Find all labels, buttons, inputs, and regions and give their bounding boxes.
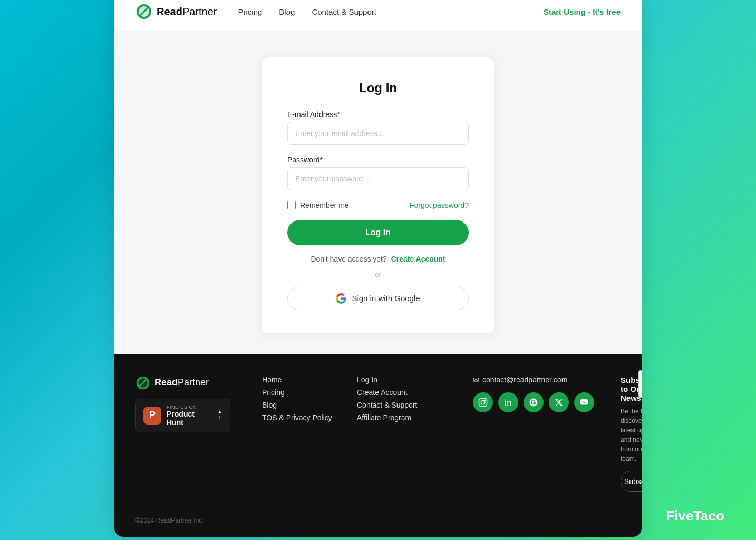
footer-subscribe-col: Subscribe to Our Newsletter Be the first… — [621, 375, 642, 492]
youtube-icon[interactable] — [574, 392, 594, 412]
footer-brand-col: ReadPartner P FIND US ON Product Hunt ▲ … — [135, 375, 251, 492]
twitter-x-icon[interactable] — [549, 392, 569, 412]
nav-links: Pricing Blog Contact & Support — [238, 7, 376, 16]
footer: ReadPartner P FIND US ON Product Hunt ▲ … — [114, 354, 642, 537]
product-hunt-badge[interactable]: P FIND US ON Product Hunt ▲ 1 — [135, 399, 230, 432]
password-input[interactable] — [287, 167, 469, 190]
recaptcha-widget: reCAPTCHA — [638, 370, 642, 398]
ph-find-label: FIND US ON — [167, 404, 212, 410]
create-account-link[interactable]: Create Account — [391, 255, 445, 263]
google-icon — [336, 293, 346, 304]
subscribe-button[interactable]: Subscribe — [621, 471, 642, 492]
footer-grid: ReadPartner P FIND US ON Product Hunt ▲ … — [135, 375, 621, 492]
login-title: Log In — [287, 81, 469, 95]
footer-email: ✉ contact@readpartner.com — [473, 375, 610, 384]
footer-login-link[interactable]: Log In — [357, 375, 462, 384]
footer-tos-link[interactable]: TOS & Privacy Policy — [262, 413, 346, 422]
logo-text: ReadPartner — [157, 6, 217, 18]
svg-point-1 — [481, 400, 485, 404]
email-input[interactable] — [287, 122, 469, 145]
nav-blog[interactable]: Blog — [279, 7, 295, 16]
nav-pricing[interactable]: Pricing — [238, 7, 263, 16]
footer-logo: ReadPartner — [135, 375, 251, 390]
footer-affiliate-link[interactable]: Affiliate Program — [357, 413, 462, 422]
forgot-password-link[interactable]: Forgot password? — [410, 201, 469, 209]
product-hunt-info: FIND US ON Product Hunt — [167, 404, 212, 427]
email-group: E-mail Address* — [287, 110, 469, 145]
ph-name: Product Hunt — [167, 410, 212, 427]
copyright-text: ©2024 ReadPartner Inc. — [135, 517, 204, 524]
password-label: Password* — [287, 156, 469, 164]
footer-home-link[interactable]: Home — [262, 375, 346, 384]
no-access-text: Don't have access yet? — [311, 255, 386, 263]
social-icons — [473, 392, 610, 412]
footer-social-col: ✉ contact@readpartner.com — [473, 375, 610, 492]
nav-start-using[interactable]: Start Using - It's free — [544, 7, 621, 16]
footer-pricing-link[interactable]: Pricing — [262, 388, 346, 397]
remember-row: Remember me Forgot password? — [287, 201, 469, 209]
navbar-left: ReadPartner Pricing Blog Contact & Suppo… — [135, 3, 376, 20]
product-hunt-icon: P — [143, 407, 161, 425]
svg-point-2 — [484, 399, 486, 400]
fivetaco-watermark: FiveTaco — [666, 508, 724, 524]
footer-account-col: Log In Create Account Contact & Support … — [357, 375, 462, 492]
create-account-row: Don't have access yet? Create Account — [287, 255, 469, 263]
ph-count: ▲ 1 — [217, 409, 222, 422]
footer-blog-link[interactable]: Blog — [262, 401, 346, 409]
footer-create-account-link[interactable]: Create Account — [357, 388, 462, 397]
email-icon: ✉ — [473, 375, 479, 384]
logo-icon — [135, 3, 152, 20]
threads-icon[interactable] — [524, 392, 544, 412]
google-signin-label: Sign in with Google — [352, 294, 420, 303]
subscribe-desc: Be the first to discover the latest upda… — [621, 407, 642, 464]
password-group: Password* — [287, 156, 469, 190]
login-button[interactable]: Log In — [287, 220, 469, 245]
footer-bottom: ©2024 ReadPartner Inc. — [135, 508, 621, 524]
footer-logo-text: ReadPartner — [154, 377, 209, 388]
email-label: E-mail Address* — [287, 110, 469, 119]
footer-contact-link[interactable]: Contact & Support — [357, 401, 462, 409]
remember-label: Remember me — [300, 201, 349, 209]
svg-rect-0 — [479, 398, 487, 406]
main-content: Log In E-mail Address* Password* Remembe… — [114, 31, 642, 354]
google-signin-button[interactable]: Sign in with Google — [287, 287, 469, 310]
linkedin-icon[interactable] — [498, 392, 518, 412]
login-card: Log In E-mail Address* Password* Remembe… — [262, 57, 494, 333]
nav-contact-support[interactable]: Contact & Support — [312, 7, 376, 16]
navbar: ReadPartner Pricing Blog Contact & Suppo… — [114, 0, 642, 31]
or-divider: or — [287, 271, 469, 278]
footer-nav-col: Home Pricing Blog TOS & Privacy Policy — [262, 375, 346, 492]
logo[interactable]: ReadPartner — [135, 3, 217, 20]
remember-group: Remember me — [287, 201, 349, 209]
footer-logo-icon — [135, 375, 150, 390]
instagram-icon[interactable] — [473, 392, 493, 412]
remember-checkbox[interactable] — [287, 201, 296, 209]
